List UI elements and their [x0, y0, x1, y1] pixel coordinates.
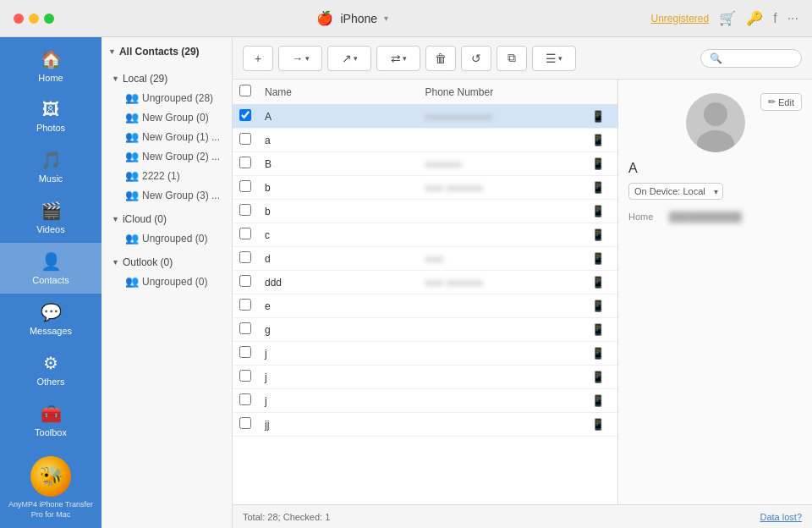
tree-local-2222[interactable]: 👥 2222 (1) [102, 166, 232, 185]
contact-name: a [265, 135, 425, 146]
tree-local-new-group-0[interactable]: 👥 New Group (0) [102, 107, 232, 127]
refresh-button[interactable]: ↺ [461, 46, 491, 71]
row-checkbox[interactable] [239, 370, 251, 382]
maximize-button[interactable] [44, 14, 54, 24]
row-checkbox[interactable] [239, 322, 251, 334]
tree-section-icloud: ▼ iCloud (0) 👥 Ungrouped (0) [102, 206, 232, 250]
sidebar-item-others[interactable]: ⚙ Others [0, 344, 102, 395]
status-text: Total: 28; Checked: 1 [243, 512, 330, 522]
contact-phone: ●●●●●●●●●●● [425, 111, 586, 123]
key-icon[interactable]: 🔑 [746, 10, 763, 26]
table-row[interactable]: b●●● ●●●●●●📱 [233, 176, 617, 200]
sidebar-nav: 🏠 Home 🖼 Photos 🎵 Music 🎬 Videos 👤 Conta… [0, 37, 102, 446]
sidebar-item-label-toolbox: Toolbox [35, 427, 67, 437]
tree-local-label: Local (29) [123, 73, 167, 85]
search-icon: 🔍 [710, 52, 722, 64]
table-row[interactable]: j📱 [233, 366, 617, 389]
sidebar-item-toolbox[interactable]: 🧰 Toolbox [0, 395, 102, 446]
more-button[interactable]: ☰ ▾ [532, 46, 576, 71]
row-checkbox[interactable] [239, 157, 251, 168]
tree-local-new-group-3[interactable]: 👥 New Group (3) ... [102, 185, 232, 205]
table-row[interactable]: j📱 [233, 389, 617, 413]
contact-name: b [265, 206, 425, 217]
contact-name: j [265, 395, 425, 407]
close-button[interactable] [14, 14, 24, 24]
table-row[interactable]: d●●●📱 [233, 247, 617, 271]
row-checkbox[interactable] [239, 275, 251, 287]
tree-section-outlook: ▼ Outlook (0) 👥 Ungrouped (0) [102, 250, 232, 293]
detail-panel: ✏ Edit A On Device: Local Home █████████… [617, 80, 812, 504]
table-row[interactable]: a📱 [233, 129, 617, 152]
tree-all-contacts[interactable]: ▼ All Contacts (29) [102, 37, 232, 66]
copy-button[interactable]: ⧉ [497, 46, 527, 71]
tree-outlook-header[interactable]: ▼ Outlook (0) [102, 251, 232, 272]
traffic-lights [14, 14, 54, 24]
col-phone-header: Phone Number [425, 86, 586, 98]
sidebar-item-music[interactable]: 🎵 Music [0, 141, 102, 192]
chevron-down-icon[interactable]: ▾ [384, 14, 388, 23]
sidebar-item-videos[interactable]: 🎬 Videos [0, 192, 102, 243]
table-row[interactable]: e📱 [233, 294, 617, 318]
row-checkbox[interactable] [239, 204, 251, 216]
table-row[interactable]: B●●●●●●📱 [233, 152, 617, 176]
row-checkbox[interactable] [239, 180, 251, 192]
tree-local-ungrouped[interactable]: 👥 Ungrouped (28) [102, 88, 232, 107]
tree-local-header[interactable]: ▼ Local (29) [102, 68, 232, 88]
transfer-icon: ⇄ [391, 52, 401, 65]
contacts-table: Name Phone Number A●●●●●●●●●●●📱a📱B●●●●●●… [233, 80, 617, 504]
sidebar-item-photos[interactable]: 🖼 Photos [0, 91, 102, 141]
table-row[interactable]: c📱 [233, 223, 617, 247]
delete-button[interactable]: 🗑 [425, 46, 456, 71]
row-checkbox[interactable] [239, 133, 251, 145]
contact-phone: ●●● [425, 253, 586, 265]
more-icon: ☰ [546, 52, 557, 65]
tree-local-new-group-1[interactable]: 👥 New Group (1) ... [102, 127, 232, 146]
data-lost-link[interactable]: Data lost? [760, 512, 802, 522]
search-input[interactable] [727, 52, 795, 64]
row-check-col [239, 228, 265, 242]
sidebar-item-contacts[interactable]: 👤 Contacts [0, 243, 102, 294]
unregistered-link[interactable]: Unregistered [651, 13, 710, 25]
content-split: Name Phone Number A●●●●●●●●●●●📱a📱B●●●●●●… [233, 80, 812, 504]
row-checkbox[interactable] [239, 109, 251, 121]
row-checkbox[interactable] [239, 299, 251, 311]
sidebar-item-home[interactable]: 🏠 Home [0, 41, 102, 91]
table-row[interactable]: b📱 [233, 200, 617, 223]
export-button[interactable]: ↗ ▾ [327, 46, 371, 71]
add-button[interactable]: + [243, 46, 273, 71]
minimize-button[interactable] [29, 14, 39, 24]
row-checkbox[interactable] [239, 393, 251, 405]
table-row[interactable]: j📱 [233, 342, 617, 366]
detail-device-select-wrapper[interactable]: On Device: Local [628, 183, 723, 200]
row-checkbox[interactable] [239, 346, 251, 358]
import-button[interactable]: → ▾ [278, 46, 322, 71]
table-row[interactable]: ddd●●● ●●●●●●📱 [233, 271, 617, 294]
detail-device-select[interactable]: On Device: Local [628, 183, 723, 200]
contact-phone: ●●●●●● [425, 158, 586, 170]
transfer-button[interactable]: ⇄ ▾ [376, 46, 420, 71]
row-checkbox[interactable] [239, 251, 251, 263]
tree-outlook-ungrouped[interactable]: 👥 Ungrouped (0) [102, 272, 232, 291]
table-header: Name Phone Number [233, 80, 617, 105]
check-all-checkbox[interactable] [239, 85, 251, 96]
add-icon: + [255, 52, 261, 65]
table-row[interactable]: g📱 [233, 318, 617, 342]
sidebar-footer[interactable]: 🐝 AnyMP4 iPhone Transfer Pro for Mac [0, 446, 102, 528]
contact-name: jj [265, 419, 425, 431]
row-checkbox[interactable] [239, 228, 251, 239]
chat-icon[interactable]: ··· [787, 11, 798, 26]
cart-icon[interactable]: 🛒 [719, 10, 736, 26]
tree-icloud-ungrouped[interactable]: 👥 Ungrouped (0) [102, 228, 232, 248]
row-check-col [239, 393, 265, 408]
facebook-icon[interactable]: f [773, 11, 776, 26]
tree-icloud-header[interactable]: ▼ iCloud (0) [102, 208, 232, 228]
sidebar-item-messages[interactable]: 💬 Messages [0, 294, 102, 344]
contact-device-icon: 📱 [585, 181, 611, 194]
row-checkbox[interactable] [239, 417, 251, 429]
tree-local-new-group-2[interactable]: 👥 New Group (2) ... [102, 146, 232, 166]
contact-rows: A●●●●●●●●●●●📱a📱B●●●●●●📱b●●● ●●●●●●📱b📱c📱d… [233, 105, 617, 437]
edit-button[interactable]: ✏ Edit [760, 93, 802, 111]
import-icon: → [292, 52, 304, 65]
table-row[interactable]: A●●●●●●●●●●●📱 [233, 105, 617, 129]
table-row[interactable]: jj📱 [233, 413, 617, 437]
